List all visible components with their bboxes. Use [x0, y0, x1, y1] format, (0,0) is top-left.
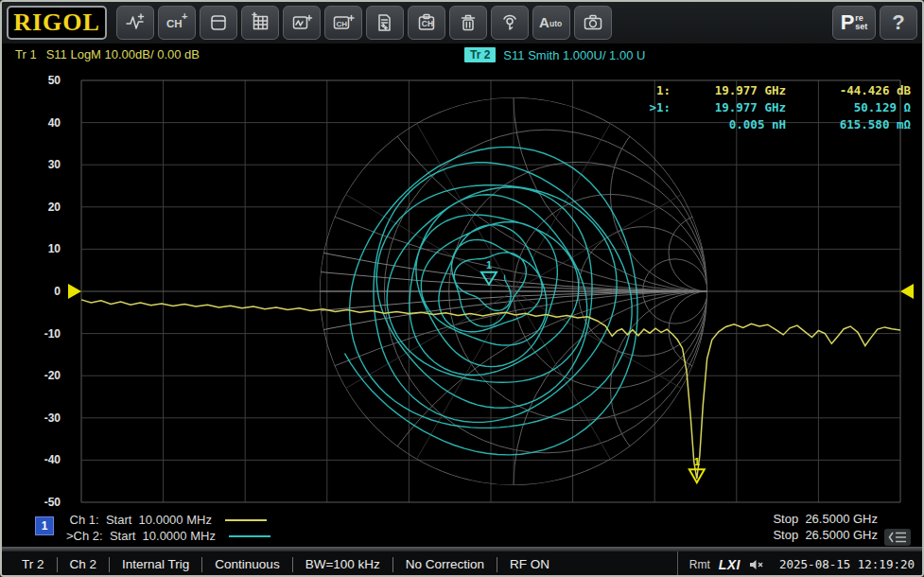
- channel-start-label: >Ch 2: Start 10.0000 MHz: [66, 529, 216, 543]
- status-bar: Tr 2Ch 2Internal TrigContinuousBW=100 kH…: [2, 551, 922, 577]
- channel-start-info[interactable]: Ch 1: Start 10.0000 MHz: [66, 512, 270, 528]
- status-item-ch-2[interactable]: Ch 2: [57, 557, 110, 572]
- marker-id: [638, 117, 671, 131]
- trace-color-swatch: [229, 535, 270, 537]
- status-item-bw-100-khz[interactable]: BW=100 kHz: [292, 557, 392, 572]
- y-axis-label: 50: [23, 75, 61, 86]
- y-axis-label: 40: [23, 117, 61, 129]
- marker-readout: 1:19.977 GHz-44.426 dB>1:19.977 GHz50.12…: [638, 83, 911, 131]
- status-right: Rmt LXI 2025-08-15 12:19:20: [677, 551, 922, 577]
- ref-level-marker-right[interactable]: [900, 284, 914, 299]
- channel-stop-label[interactable]: Stop 26.5000 GHz: [773, 528, 878, 544]
- marker-frequency: 19.977 GHz: [671, 83, 786, 97]
- remote-indicator: Rmt: [689, 558, 710, 571]
- channel-info: Ch 1: Start 10.0000 MHz>Ch 2: Start 10.0…: [66, 512, 270, 544]
- y-axis-label: -40: [23, 454, 61, 465]
- marker-frequency: 19.977 GHz: [671, 100, 786, 114]
- menu-collapse-icon: [887, 531, 908, 544]
- marker-id: >1:: [638, 100, 671, 114]
- status-item-internal-trig[interactable]: Internal Trig: [109, 557, 201, 572]
- y-axis-label: 0: [23, 286, 61, 297]
- marker-value: 615.580 mΩ: [786, 117, 911, 131]
- marker-value: -44.426 dB: [786, 83, 911, 97]
- trace-color-swatch: [225, 519, 267, 521]
- marker-frequency: 0.005 nH: [671, 117, 786, 131]
- y-axis-label: -50: [23, 497, 61, 508]
- y-axis-label: -10: [23, 328, 61, 340]
- ref-level-marker-left[interactable]: [68, 284, 81, 299]
- window-id-badge[interactable]: 1: [35, 516, 54, 535]
- status-items: Tr 2Ch 2Internal TrigContinuousBW=100 kH…: [2, 557, 562, 572]
- marker-id: 1:: [638, 83, 671, 97]
- vna-screen: RIGOL CH+CHCHAuto P re set ? Tr 1S11 Log…: [0, 0, 924, 577]
- y-axis-label: 20: [23, 201, 61, 213]
- status-item-rf-on[interactable]: RF ON: [497, 557, 562, 572]
- marker-value: 50.129 Ω: [786, 100, 911, 114]
- svg-text:1: 1: [486, 259, 492, 271]
- status-item-tr-2[interactable]: Tr 2: [9, 557, 57, 572]
- datetime: 2025-08-15 12:19:20: [779, 557, 915, 571]
- status-item-continuous[interactable]: Continuous: [201, 557, 291, 572]
- svg-text:1: 1: [694, 456, 700, 467]
- y-axis-label: -30: [23, 412, 61, 424]
- channel-stop-info: Stop 26.5000 GHzStop 26.5000 GHz: [773, 512, 878, 544]
- channel-start-label: Ch 1: Start 10.0000 MHz: [66, 513, 212, 527]
- channel-start-info[interactable]: >Ch 2: Start 10.0000 MHz: [66, 528, 270, 544]
- speaker-muted-icon[interactable]: [749, 558, 765, 571]
- y-axis-label: -20: [23, 370, 61, 381]
- status-item-no-correction[interactable]: No Correction: [392, 557, 497, 572]
- channel-stop-label[interactable]: Stop 26.5000 GHz: [773, 512, 878, 528]
- y-axis-label: 30: [23, 159, 61, 170]
- menu-collapse-button[interactable]: [884, 529, 911, 546]
- lxi-indicator: LXI: [719, 557, 741, 572]
- y-axis-label: 10: [23, 243, 61, 254]
